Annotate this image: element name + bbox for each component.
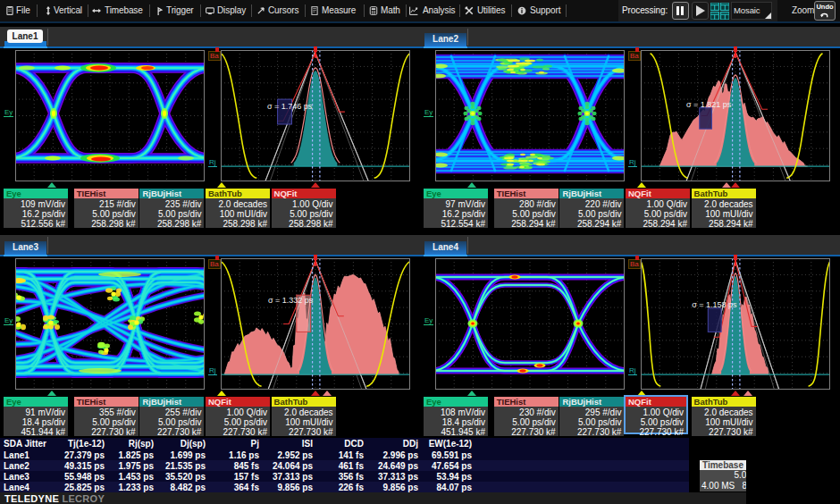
svg-text:σ = 1.746 ps: σ = 1.746 ps (267, 102, 313, 111)
svg-text:σ = 1.158 ps: σ = 1.158 ps (692, 300, 737, 309)
svg-text:σ = 1.821 ps: σ = 1.821 ps (686, 100, 732, 109)
svg-text:σ = 1.332 ps: σ = 1.332 ps (268, 296, 314, 305)
